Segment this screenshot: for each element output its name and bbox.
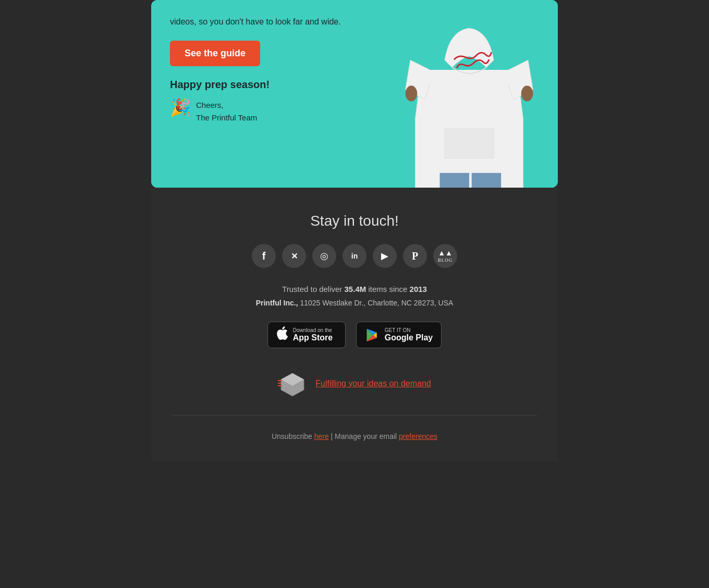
company-name: Printful Inc., xyxy=(256,299,298,307)
unsubscribe-here-link[interactable]: here xyxy=(314,432,329,440)
stay-in-touch-heading: Stay in touch! xyxy=(310,213,399,229)
party-emoji-icon: 🎉 xyxy=(170,99,191,116)
twitter-icon: ✕ xyxy=(291,251,298,261)
google-play-badge[interactable]: GET IT ON Google Play xyxy=(356,322,442,348)
preferences-link[interactable]: preferences xyxy=(399,432,437,440)
address-detail: 11025 Westlake Dr., Charlotte, NC 28273,… xyxy=(298,299,454,307)
app-store-badge[interactable]: Download on the App Store xyxy=(267,322,346,348)
address-text: Printful Inc., 11025 Westlake Dr., Charl… xyxy=(256,299,454,307)
app-store-small-label: Download on the xyxy=(293,327,333,333)
email-card-left: videos, so you don't have to look far an… xyxy=(151,0,381,188)
printful-box-icon xyxy=(278,369,307,398)
twitter-button[interactable]: ✕ xyxy=(282,244,306,268)
blog-button[interactable]: ▲▲ BLOG xyxy=(433,244,457,268)
blog-label: BLOG xyxy=(438,258,453,263)
since-year: 2013 xyxy=(410,285,427,293)
svg-point-3 xyxy=(521,85,533,101)
linkedin-icon: in xyxy=(351,252,358,260)
intro-text: videos, so you don't have to look far an… xyxy=(170,16,362,28)
instagram-icon: ◎ xyxy=(320,250,328,262)
pinterest-icon: P xyxy=(412,250,418,262)
cheers-text: Cheers, The Printful Team xyxy=(196,99,257,124)
cheers-block: 🎉 Cheers, The Printful Team xyxy=(170,99,362,124)
instagram-button[interactable]: ◎ xyxy=(312,244,336,268)
linkedin-button[interactable]: in xyxy=(343,244,366,268)
social-icons-row: f ✕ ◎ in ▶ P ▲▲ BLOG xyxy=(252,244,457,268)
apple-icon xyxy=(276,326,288,344)
footer-section: Stay in touch! f ✕ ◎ in ▶ P ▲▲ BLOG xyxy=(151,188,558,461)
svg-point-2 xyxy=(406,85,418,101)
google-play-icon xyxy=(365,328,380,342)
blog-mountain-icon: ▲▲ xyxy=(438,250,453,257)
unsubscribe-text: Unsubscribe here | Manage your email pre… xyxy=(272,432,437,440)
pinterest-button[interactable]: P xyxy=(403,244,427,268)
youtube-icon: ▶ xyxy=(381,250,388,262)
see-guide-button[interactable]: See the guide xyxy=(170,41,260,66)
facebook-icon: f xyxy=(262,250,266,262)
google-play-small-label: GET IT ON xyxy=(385,327,433,333)
happy-prep-label: Happy prep season! xyxy=(170,79,362,91)
hoodie-illustration xyxy=(386,10,553,188)
items-count: 35.4M xyxy=(345,285,366,293)
email-card: videos, so you don't have to look far an… xyxy=(151,0,558,188)
app-store-text: Download on the App Store xyxy=(293,327,333,342)
trusted-text: Trusted to deliver 35.4M items since 201… xyxy=(282,285,427,293)
google-play-text: GET IT ON Google Play xyxy=(385,327,433,342)
app-store-big-label: App Store xyxy=(293,333,333,342)
svg-rect-0 xyxy=(440,173,469,188)
email-card-right xyxy=(381,0,558,188)
facebook-button[interactable]: f xyxy=(252,244,276,268)
fulfilling-section: Fulfilling your ideas on demand xyxy=(172,369,537,415)
fulfilling-link[interactable]: Fulfilling your ideas on demand xyxy=(315,379,431,388)
svg-rect-1 xyxy=(472,173,501,188)
google-play-big-label: Google Play xyxy=(385,333,433,342)
youtube-button[interactable]: ▶ xyxy=(373,244,397,268)
app-badges-row: Download on the App Store GET IT ON Goog… xyxy=(267,322,442,348)
